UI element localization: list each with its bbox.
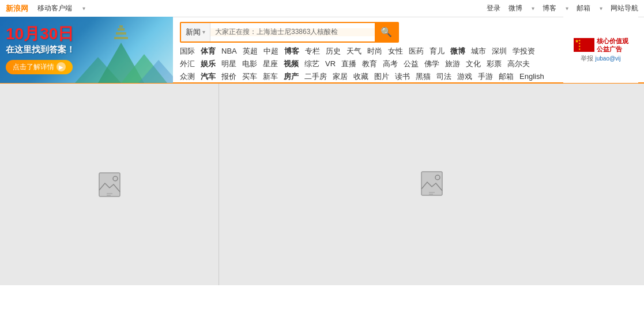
svg-rect-7 <box>119 25 123 28</box>
banner-cta-button[interactable]: 点击了解详情 ▶ <box>6 60 73 74</box>
nav-jiaoyu[interactable]: 教育 <box>362 59 377 69</box>
search-icon: 🔍 <box>381 27 392 37</box>
nav-tiyu[interactable]: 体育 <box>201 46 216 56</box>
nav-luyou[interactable]: 旅游 <box>445 59 460 69</box>
ad-subtitle: 公益广告 <box>597 45 628 53</box>
mail-link[interactable]: 邮箱 <box>577 3 590 13</box>
nav-boke[interactable]: 博客 <box>284 46 299 56</box>
search-input[interactable] <box>210 28 375 36</box>
banner-subtitle: 在这里找到答案！ <box>6 44 75 55</box>
nav-nvxing[interactable]: 女性 <box>388 46 403 56</box>
nav-yingchao[interactable]: 英超 <box>243 46 258 56</box>
nav-youxi[interactable]: 游戏 <box>457 71 472 82</box>
nav-waihui[interactable]: 外汇 <box>180 59 195 69</box>
nav-links-area: 国际 体育 NBA 英超 中超 博客 专栏 历史 天气 时尚 女性 医药 育儿 … <box>180 46 559 82</box>
main-content <box>0 84 644 285</box>
nav-wenhua[interactable]: 文化 <box>466 59 481 69</box>
nav-english[interactable]: English <box>519 72 544 81</box>
ad-report-row: 举报 jubao@vij <box>581 54 620 63</box>
ad-title: 核心价值观 <box>597 37 628 45</box>
nav-yule[interactable]: 娱乐 <box>201 59 216 69</box>
nav-mingxing[interactable]: 明星 <box>221 59 236 69</box>
nav-xingzuo[interactable]: 星座 <box>263 59 278 69</box>
nav-gaerfu[interactable]: 高尔夫 <box>507 59 530 69</box>
nav-zhibo[interactable]: 直播 <box>341 59 356 69</box>
flag-small-stars-icon: ★★★★ <box>578 39 581 51</box>
broken-image-icon-right <box>420 171 443 196</box>
login-link[interactable]: 登录 <box>487 3 500 13</box>
nav-zongyi[interactable]: 综艺 <box>304 59 319 69</box>
ad-email: jubao@vij <box>596 55 621 62</box>
header: 10月30日 在这里找到答案！ 点击了解详情 ▶ 新闻 ▾ <box>0 17 644 84</box>
nav-yuer[interactable]: 育儿 <box>430 46 445 56</box>
nav-shenzhen[interactable]: 深圳 <box>492 46 507 56</box>
nav-shipin[interactable]: 视频 <box>284 59 299 69</box>
nav-youxiang[interactable]: 邮箱 <box>499 71 514 82</box>
mobile-client-link[interactable]: 移动客户端 <box>37 3 72 13</box>
nav-jiaju[interactable]: 家居 <box>333 71 348 82</box>
nav-shouyou[interactable]: 手游 <box>478 71 493 82</box>
middle-section: 新闻 ▾ 🔍 国际 体育 NBA 英超 中超 博客 专栏 历史 天气 时尚 <box>173 18 563 82</box>
nav-xuetouzi[interactable]: 学投资 <box>513 46 535 56</box>
nav-row-2: 外汇 娱乐 明星 电影 星座 视频 综艺 VR 直播 教育 高考 公益 佛学 旅… <box>180 59 559 69</box>
weibo-link[interactable]: 微博 <box>509 3 522 13</box>
nav-row-1: 国际 体育 NBA 英超 中超 博客 专栏 历史 天气 时尚 女性 医药 育儿 … <box>180 46 559 56</box>
header-right-ad: ★ ★★★★ 核心价值观 公益广告 举报 jubao@vij 377 Engli… <box>563 17 638 83</box>
nav-tupian[interactable]: 图片 <box>374 71 389 82</box>
nav-dianying[interactable]: 电影 <box>242 59 257 69</box>
nav-sifa[interactable]: 司法 <box>436 71 451 82</box>
search-category-label: 新闻 <box>186 27 201 37</box>
site-logo[interactable]: 新浪网 <box>6 3 28 14</box>
search-button[interactable]: 🔍 <box>375 23 398 41</box>
broken-image-icon-left <box>98 172 121 198</box>
search-category-selector[interactable]: 新闻 ▾ <box>181 23 210 41</box>
nav-foxue[interactable]: 佛学 <box>424 59 439 69</box>
weibo-dropdown-arrow[interactable]: ▾ <box>532 5 534 12</box>
broken-image-right <box>420 171 443 198</box>
search-box: 新闻 ▾ 🔍 <box>180 22 399 43</box>
ad-report-label[interactable]: 举报 <box>581 55 593 62</box>
nav-fangchan[interactable]: 房产 <box>284 71 299 82</box>
top-nav-right: 登录 微博 ▾ 博客 ▾ 邮箱 ▾ 网站导航 <box>487 3 638 13</box>
nav-gaokao[interactable]: 高考 <box>383 59 398 69</box>
mobile-dropdown-arrow[interactable]: ▾ <box>82 5 85 12</box>
blog-link[interactable]: 博客 <box>543 3 556 13</box>
nav-shoucang[interactable]: 收藏 <box>353 71 368 82</box>
nav-zhongchao[interactable]: 中超 <box>263 46 278 56</box>
nav-nba[interactable]: NBA <box>221 47 237 55</box>
nav-row-3: 众测 汽车 报价 买车 新车 房产 二手房 家居 收藏 图片 读书 黑猫 司法 … <box>180 71 559 82</box>
banner-arrow-icon: ▶ <box>57 62 66 71</box>
nav-qiche[interactable]: 汽车 <box>201 71 216 82</box>
nav-guoji[interactable]: 国际 <box>180 46 195 56</box>
category-dropdown-icon[interactable]: ▾ <box>202 29 205 35</box>
top-nav: 新浪网 移动客户端 ▾ 登录 微博 ▾ 博客 ▾ 邮箱 ▾ 网站导航 <box>0 0 644 17</box>
nav-baojia[interactable]: 报价 <box>221 71 236 82</box>
nav-maiiche[interactable]: 买车 <box>242 71 257 82</box>
nav-vr[interactable]: VR <box>325 59 336 68</box>
main-right-panel <box>219 84 644 285</box>
nav-heimao[interactable]: 黑猫 <box>416 71 431 82</box>
ad-text-content: 核心价值观 公益广告 <box>597 37 628 54</box>
nav-caipiao[interactable]: 彩票 <box>487 59 502 69</box>
nav-gongyi[interactable]: 公益 <box>404 59 419 69</box>
mail-dropdown-arrow[interactable]: ▾ <box>600 5 602 12</box>
nav-tianqi[interactable]: 天气 <box>347 46 361 56</box>
banner-cta-label: 点击了解详情 <box>13 62 54 72</box>
nav-yiyao[interactable]: 医药 <box>409 46 424 56</box>
nav-shishang[interactable]: 时尚 <box>367 46 382 56</box>
ad-top-row: ★ ★★★★ 核心价值观 公益广告 <box>574 37 628 54</box>
nav-chengshi[interactable]: 城市 <box>471 46 486 56</box>
nav-weibo[interactable]: 微博 <box>450 46 465 56</box>
nav-zhongce[interactable]: 众测 <box>180 71 195 82</box>
sitenav-link[interactable]: 网站导航 <box>611 3 638 13</box>
nav-zhuanlan[interactable]: 专栏 <box>305 46 320 56</box>
svg-rect-4 <box>114 37 128 39</box>
nav-xinche[interactable]: 新车 <box>263 71 278 82</box>
broken-image-left <box>98 172 121 198</box>
blog-dropdown-arrow[interactable]: ▾ <box>566 5 568 12</box>
nav-ershoufang[interactable]: 二手房 <box>304 71 327 82</box>
banner-left[interactable]: 10月30日 在这里找到答案！ 点击了解详情 ▶ <box>0 17 173 83</box>
top-nav-left: 新浪网 移动客户端 ▾ <box>6 3 477 14</box>
nav-dushu[interactable]: 读书 <box>395 71 410 82</box>
nav-lishi[interactable]: 历史 <box>326 46 341 56</box>
